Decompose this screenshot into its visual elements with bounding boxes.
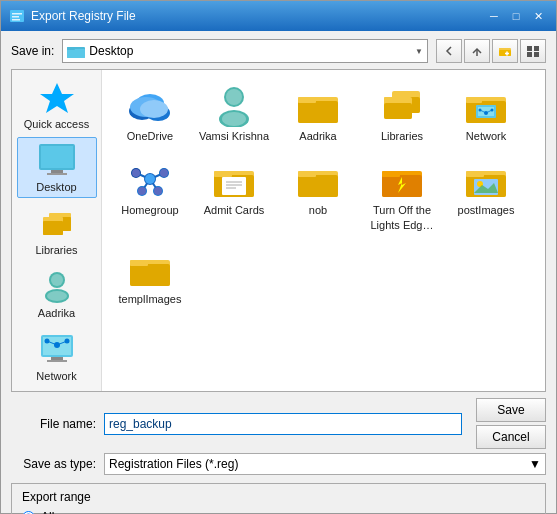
onedrive-icon [126,83,174,127]
list-item[interactable]: Turn Off the Lights Edg… [362,152,442,237]
svg-rect-19 [41,146,73,168]
maximize-button[interactable]: □ [506,7,526,25]
svg-rect-6 [67,47,75,50]
svg-rect-82 [214,171,232,177]
all-radio-row: All [22,510,535,514]
vamsi-krishna-icon [210,83,258,127]
svg-point-28 [51,274,63,286]
up-icon [470,44,484,58]
title-bar-left: Export Registry File [9,8,136,24]
svg-rect-13 [527,46,532,51]
file-label: Vamsi Krishna [199,129,269,143]
list-item[interactable]: Libraries [362,78,442,148]
svg-rect-33 [47,360,67,362]
svg-point-79 [154,187,162,195]
aadrika-icon [37,268,77,304]
file-label: Homegroup [121,203,178,217]
all-label[interactable]: All [41,510,54,514]
svg-point-47 [222,112,246,126]
sidebar-item-quick-access[interactable]: Quick access [17,74,97,135]
dialog-title: Export Registry File [31,9,136,23]
svg-rect-96 [466,171,484,177]
back-button[interactable] [436,39,462,63]
all-radio[interactable] [22,511,35,515]
sidebar-item-label: Aadrika [38,307,75,319]
svg-rect-83 [222,177,246,195]
libraries-icon [37,205,77,241]
quick-access-icon [37,79,77,115]
svg-point-76 [132,169,140,177]
file-name-input[interactable] [104,413,462,435]
list-item[interactable]: Homegroup [110,152,190,237]
main-area: Quick access Desktop [11,69,546,392]
svg-rect-58 [466,97,482,103]
list-item[interactable]: nob [278,152,358,237]
view-icon [526,44,540,58]
svg-rect-100 [130,264,170,286]
export-range-title: Export range [22,490,535,504]
file-label: Turn Off the Lights Edg… [365,203,439,232]
cancel-button[interactable]: Cancel [476,425,546,449]
save-in-label: Save in: [11,44,54,58]
file-area: OneDrive Vamsi Krishna [102,70,545,391]
view-button[interactable] [520,39,546,63]
libraries-folder-icon [378,83,426,127]
list-item[interactable]: postImages [446,152,526,237]
list-item[interactable]: templImages [110,241,190,311]
turn-off-lights-icon [378,157,426,201]
dialog-body: Save in: Desktop ▼ [1,31,556,514]
list-item[interactable]: Aadrika [278,78,358,148]
sidebar: Quick access Desktop [12,70,102,391]
list-item[interactable]: Network [446,78,526,148]
title-bar: Export Registry File ─ □ ✕ [1,1,556,31]
svg-rect-5 [67,49,85,58]
svg-rect-88 [298,175,338,197]
svg-rect-55 [384,97,398,103]
post-images-icon [462,157,510,201]
list-item[interactable]: OneDrive [110,78,190,148]
minimize-button[interactable]: ─ [484,7,504,25]
save-as-type-combo[interactable]: Registration Files (*.reg) ▼ [104,453,546,475]
network-folder-icon [462,83,510,127]
sidebar-item-network[interactable]: Network [17,326,97,387]
sidebar-item-label: Quick access [24,118,89,130]
save-in-combo[interactable]: Desktop ▼ [62,39,428,63]
svg-rect-49 [298,101,338,123]
save-as-type-value: Registration Files (*.reg) [109,457,238,471]
sidebar-item-aadrika[interactable]: Aadrika [17,263,97,324]
sidebar-item-label: Network [36,370,76,382]
svg-rect-15 [527,52,532,57]
list-item[interactable]: Vamsi Krishna [194,78,274,148]
list-item[interactable]: Admit Cards [194,152,274,237]
file-label: Network [466,129,506,143]
bottom-area: File name: Save Cancel Save as type: Reg… [11,398,546,475]
svg-rect-50 [298,97,316,103]
svg-rect-10 [499,48,504,50]
svg-point-75 [145,174,155,184]
svg-marker-17 [40,83,74,113]
network-icon [37,331,77,367]
svg-rect-92 [382,171,400,177]
sidebar-item-desktop[interactable]: Desktop [17,137,97,198]
export-range: Export range All Selected branch [11,483,546,514]
templ-images-icon [126,246,174,290]
back-icon [442,44,456,58]
save-button[interactable]: Save [476,398,546,422]
svg-rect-14 [534,46,539,51]
svg-rect-54 [384,103,412,119]
file-label: Libraries [381,129,423,143]
svg-point-78 [138,187,146,195]
title-buttons: ─ □ ✕ [484,7,548,25]
close-button[interactable]: ✕ [528,7,548,25]
file-name-label: File name: [11,417,96,431]
save-in-value: Desktop [89,44,411,58]
new-folder-button[interactable] [492,39,518,63]
svg-rect-89 [298,171,316,177]
svg-rect-3 [12,19,20,21]
sidebar-item-libraries[interactable]: Libraries [17,200,97,261]
save-as-type-arrow: ▼ [529,457,541,471]
desktop-icon [37,142,77,178]
svg-point-29 [47,291,67,301]
up-button[interactable] [464,39,490,63]
file-label: templImages [119,292,182,306]
